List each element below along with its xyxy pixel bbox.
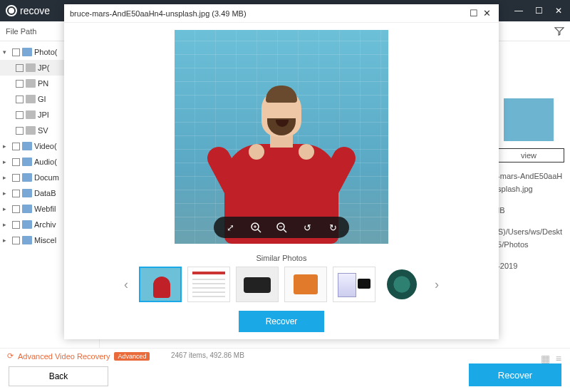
- preview-title: bruce-mars-AndE50aaHn4-unsplash.jpg (3.4…: [70, 9, 467, 18]
- back-button[interactable]: Back: [9, 366, 108, 386]
- detail-thumbnail: [504, 98, 554, 141]
- logo-icon: [6, 5, 17, 16]
- path-label: File Path: [6, 27, 56, 36]
- detail-path: FS)/Users/ws/Deskt 85/Photos: [493, 225, 564, 251]
- app-logo: recove: [6, 5, 50, 16]
- bottom-bar: ⟳ Advanced Video Recovery Advanced 2467 …: [0, 348, 570, 392]
- detail-filename: e-mars-AndE50aaH nsplash.jpg: [493, 170, 564, 195]
- similar-photos-label: Similar Photos: [64, 254, 499, 262]
- svg-line-5: [284, 229, 286, 232]
- preview-button[interactable]: view: [493, 148, 564, 163]
- scan-stats: 2467 items, 492.86 MB: [171, 351, 244, 359]
- minimize-icon[interactable]: —: [513, 6, 524, 16]
- view-mode-toggle: ▦ ≡: [541, 353, 561, 364]
- window-controls: — ☐ ✕: [513, 6, 564, 16]
- preview-toolbar: ⤢ ↺ ↻: [214, 217, 349, 238]
- fit-icon[interactable]: ⤢: [224, 221, 237, 234]
- similar-photos-row: ‹ ›: [64, 267, 499, 302]
- list-view-icon[interactable]: ≡: [556, 353, 561, 364]
- zoom-in-icon[interactable]: [249, 221, 262, 234]
- similar-thumb[interactable]: [284, 267, 327, 302]
- similar-thumb[interactable]: [333, 267, 375, 302]
- similar-thumb[interactable]: [381, 267, 424, 302]
- rotate-left-icon[interactable]: ↺: [301, 221, 314, 234]
- preview-dialog: bruce-mars-AndE50aaHn4-unsplash.jpg (3.4…: [64, 4, 499, 339]
- grid-view-icon[interactable]: ▦: [541, 353, 550, 364]
- zoom-out-icon[interactable]: [275, 221, 288, 234]
- rotate-right-icon[interactable]: ↻: [326, 221, 339, 234]
- filter-icon[interactable]: [554, 26, 564, 36]
- details-panel: view e-mars-AndE50aaH nsplash.jpg MB FS)…: [493, 98, 564, 272]
- similar-thumb[interactable]: [187, 267, 230, 302]
- svg-line-1: [258, 229, 261, 232]
- detail-date: 3-2019: [493, 259, 564, 272]
- logo-text: recove: [20, 5, 50, 16]
- close-icon[interactable]: ✕: [553, 6, 564, 16]
- dialog-maximize-icon[interactable]: ☐: [467, 8, 480, 19]
- recover-button[interactable]: Recover: [469, 363, 561, 386]
- prev-icon[interactable]: ‹: [119, 277, 133, 292]
- next-icon[interactable]: ›: [430, 277, 444, 292]
- preview-image: ⤢ ↺ ↻: [175, 30, 388, 244]
- advanced-badge: Advanced: [114, 352, 150, 361]
- preview-header: bruce-mars-AndE50aaHn4-unsplash.jpg (3.4…: [64, 4, 499, 23]
- similar-thumb[interactable]: [139, 267, 182, 302]
- detail-size: MB: [493, 204, 564, 217]
- dialog-recover-button[interactable]: Recover: [239, 311, 324, 332]
- dialog-close-icon[interactable]: ✕: [480, 8, 493, 19]
- similar-thumb[interactable]: [236, 267, 279, 302]
- advanced-video-recovery-link[interactable]: ⟳ Advanced Video Recovery Advanced: [7, 351, 150, 361]
- maximize-icon[interactable]: ☐: [533, 6, 544, 16]
- refresh-icon: ⟳: [7, 351, 14, 361]
- preview-body: ⤢ ↺ ↻: [64, 23, 499, 251]
